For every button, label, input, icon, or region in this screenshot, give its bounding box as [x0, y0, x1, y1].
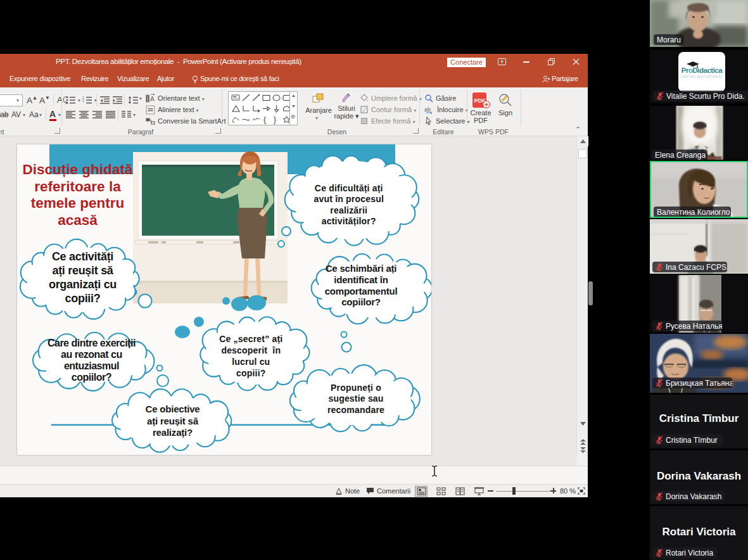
- svg-text:2: 2: [82, 99, 84, 103]
- svg-text:ab: ab: [424, 106, 431, 113]
- svg-text:{: {: [263, 115, 266, 124]
- svg-text:}: }: [274, 115, 276, 124]
- svg-text:A: A: [150, 96, 155, 103]
